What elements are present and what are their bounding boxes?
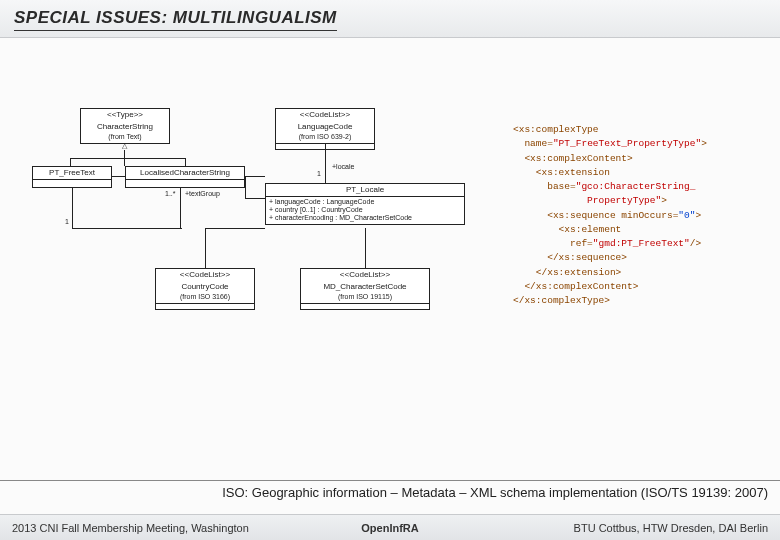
uml-connector: [205, 228, 206, 268]
slide-footer: 2013 CNI Fall Membership Meeting, Washin…: [0, 514, 780, 540]
uml-from: (from ISO 639-2): [276, 132, 374, 142]
uml-class-countrycode: <<CodeList>> CountryCode (from ISO 3166): [155, 268, 255, 310]
uml-connector: [72, 228, 182, 229]
uml-connector: [70, 158, 185, 159]
uml-connector: [185, 158, 186, 166]
uml-empty: [301, 303, 429, 309]
uml-connector: [205, 228, 265, 229]
uml-name: LanguageCode: [276, 121, 374, 133]
uml-connector: [112, 176, 125, 177]
uml-role: +locale: [332, 163, 354, 170]
uml-class-ptfreetext: PT_FreeText: [32, 166, 112, 188]
uml-class-localisedcharstring: LocalisedCharacterString: [125, 166, 245, 188]
uml-class-ptlocale: PT_Locale + languageCode : LanguageCode …: [265, 183, 465, 225]
uml-name: PT_Locale: [266, 184, 464, 196]
uml-connector: [325, 143, 326, 183]
uml-connector: [70, 158, 71, 166]
uml-mult: 1: [317, 170, 321, 177]
footer-left: 2013 CNI Fall Membership Meeting, Washin…: [12, 522, 249, 534]
uml-stereo: <<CodeList>>: [276, 109, 374, 121]
uml-mult: 1: [65, 218, 69, 225]
footer-right: BTU Cottbus, HTW Dresden, DAI Berlin: [574, 522, 768, 534]
uml-stereo: <<CodeList>>: [301, 269, 429, 281]
uml-connector: [245, 176, 246, 198]
slide-content: <<Type>> CharacterString (from Text) △ P…: [0, 38, 780, 468]
uml-connector: [180, 188, 181, 228]
uml-diagram: <<Type>> CharacterString (from Text) △ P…: [20, 108, 480, 368]
uml-name: MD_CharacterSetCode: [301, 281, 429, 293]
uml-role: +textGroup: [185, 190, 220, 197]
uml-inheritance-arrow: △: [122, 142, 127, 150]
uml-mult: 1..*: [165, 190, 176, 197]
uml-empty: [126, 179, 244, 187]
uml-class-mdcharset: <<CodeList>> MD_CharacterSetCode (from I…: [300, 268, 430, 310]
uml-stereo: <<CodeList>>: [156, 269, 254, 281]
uml-connector: [245, 198, 265, 199]
uml-name: CountryCode: [156, 281, 254, 293]
uml-connector: [245, 176, 265, 177]
uml-from: (from ISO 3166): [156, 292, 254, 302]
uml-empty: [33, 179, 111, 187]
uml-from: (from ISO 19115): [301, 292, 429, 302]
uml-name: LocalisedCharacterString: [126, 167, 244, 179]
footer-center: OpenInfRA: [361, 522, 418, 534]
uml-empty: [156, 303, 254, 309]
slide-header: SPECIAL ISSUES: MULTILINGUALISM: [0, 0, 780, 38]
uml-connector: [72, 188, 73, 228]
uml-connector: [365, 228, 366, 268]
uml-stereo: <<Type>>: [81, 109, 169, 121]
uml-name: CharacterString: [81, 121, 169, 133]
uml-attrs: + languageCode : LanguageCode + country …: [266, 196, 464, 224]
diagram-caption: ISO: Geographic information – Metadata –…: [0, 480, 780, 500]
uml-class-characterstring: <<Type>> CharacterString (from Text): [80, 108, 170, 144]
xml-schema-code: <xs:complexType name="PT_FreeText_Proper…: [513, 123, 758, 308]
slide-title: SPECIAL ISSUES: MULTILINGUALISM: [14, 8, 337, 31]
uml-name: PT_FreeText: [33, 167, 111, 179]
